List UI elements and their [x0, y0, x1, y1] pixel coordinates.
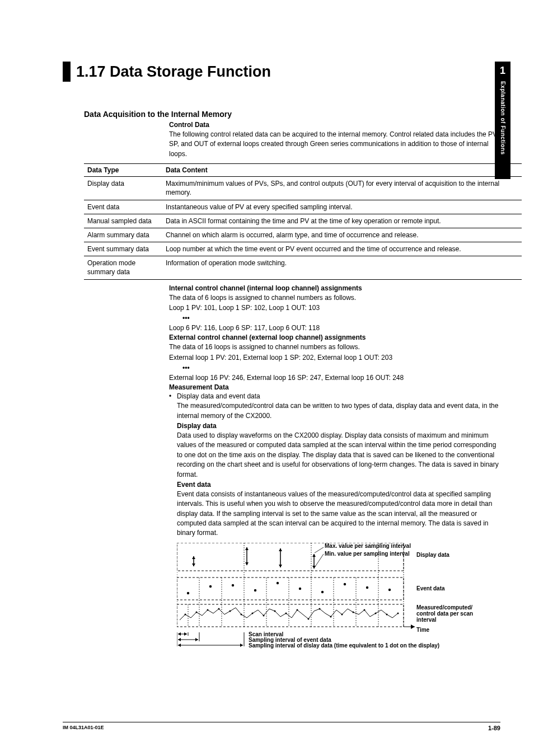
internal-line2: Loop 1 PV: 101, Loop 1 SP: 102, Loop 1 O…: [169, 303, 500, 312]
external-dots: •••: [182, 363, 500, 372]
diagram-label-event: Event data: [416, 585, 445, 591]
svg-marker-68: [178, 638, 181, 641]
svg-marker-70: [178, 644, 181, 647]
table-row: Operation mode summary dataInformation o…: [84, 256, 522, 279]
chapter-number: 1: [500, 65, 505, 77]
svg-point-51: [341, 613, 343, 615]
svg-point-56: [397, 612, 399, 614]
diagram-label-time: Time: [416, 627, 429, 633]
diagram-label-samp-disp: Sampling interval of dislay data (time e…: [249, 642, 439, 649]
svg-point-40: [218, 608, 220, 609]
diagram-label-display: Display data: [416, 552, 449, 558]
svg-point-46: [285, 612, 287, 614]
svg-line-72: [315, 547, 324, 553]
footer-page-num: 1-89: [488, 725, 500, 731]
svg-point-39: [207, 609, 209, 611]
data-type-table: Data Type Data Content Display dataMaxim…: [84, 163, 522, 280]
diagram-label-min: Min. value per sampling interval: [325, 551, 410, 557]
svg-point-36: [388, 589, 391, 591]
svg-point-32: [299, 588, 301, 590]
svg-point-28: [209, 585, 212, 588]
svg-point-42: [241, 613, 242, 615]
section-heading: Data Acquisition to the Internal Memory: [84, 110, 500, 119]
table-row: Alarm summary dataChannel on which alarm…: [84, 228, 522, 242]
svg-marker-58: [411, 624, 415, 629]
event-data-heading: Event data: [177, 481, 500, 489]
svg-point-27: [187, 592, 189, 594]
svg-rect-1: [177, 577, 404, 600]
svg-point-30: [254, 589, 256, 591]
internal-line1: The data of 6 loops is assigned to chann…: [169, 293, 500, 302]
svg-point-45: [274, 610, 276, 612]
title-block-icon: [63, 62, 71, 82]
svg-point-37: [185, 613, 186, 615]
bullet-desc: The measured/computed/control data can b…: [177, 401, 500, 421]
external-line3: External loop 16 PV: 246, External loop …: [169, 373, 500, 382]
control-data-intro: The following control related data can b…: [169, 130, 500, 159]
svg-point-44: [263, 614, 265, 616]
display-data-heading: Display data: [177, 422, 500, 430]
side-chapter-tab: 1 Explanation of Functions: [495, 62, 510, 179]
svg-marker-21: [245, 547, 249, 550]
svg-point-34: [344, 583, 346, 585]
page-title-bar: 1.17 Data Storage Function: [63, 62, 500, 82]
table-row: Display dataMaximum/minimum values of PV…: [84, 177, 522, 200]
external-channel-heading: External control channel (external loop …: [169, 334, 500, 341]
svg-point-33: [321, 591, 324, 593]
svg-point-35: [366, 586, 368, 589]
svg-point-47: [297, 609, 298, 611]
svg-line-73: [315, 554, 324, 567]
page-footer: IM 04L31A01-01E 1-89: [63, 722, 500, 731]
svg-point-31: [277, 582, 279, 584]
bullet-item: • Display data and event data The measur…: [169, 392, 500, 539]
table-row: Event dataInstantaneous value of PV at e…: [84, 200, 522, 214]
svg-marker-25: [312, 554, 316, 557]
footer-doc-id: IM 04L31A01-01E: [63, 725, 104, 731]
diagram-label-mcc: Measured/computed/ control data per scan…: [416, 604, 473, 623]
internal-dots: •••: [182, 313, 500, 322]
control-data-heading: Control Data: [169, 121, 500, 129]
diagram-label-max: Max. value per sampling interval: [325, 543, 411, 549]
external-line1: The data of 16 loops is assigned to chan…: [169, 342, 500, 351]
svg-marker-71: [240, 644, 243, 647]
svg-marker-67: [184, 632, 187, 636]
svg-marker-69: [195, 638, 198, 641]
external-line2: External loop 1 PV: 201, External loop 1…: [169, 353, 500, 362]
internal-line3: Loop 6 PV: 116, Loop 6 SP: 117, Loop 6 O…: [169, 323, 500, 332]
table-row: Manual sampled dataData in ASCII format …: [84, 214, 522, 228]
table-head-type: Data Type: [84, 164, 162, 177]
table-row: Event summary dataLoop number at which t…: [84, 242, 522, 256]
display-data-para: Data used to display waveforms on the CX…: [177, 431, 500, 480]
svg-point-50: [330, 616, 332, 617]
svg-point-53: [364, 609, 366, 611]
svg-marker-19: [192, 556, 195, 559]
svg-marker-23: [279, 548, 282, 551]
page-title: 1.17 Data Storage Function: [76, 63, 271, 81]
svg-rect-2: [177, 604, 404, 627]
event-data-para: Event data consists of instantaneous val…: [177, 490, 500, 538]
svg-point-49: [319, 608, 321, 609]
table-head-content: Data Content: [162, 164, 522, 177]
svg-marker-20: [192, 564, 195, 566]
svg-marker-22: [245, 562, 249, 565]
svg-point-38: [196, 611, 198, 613]
bullet-icon: •: [169, 392, 177, 539]
svg-point-48: [308, 618, 310, 619]
svg-point-52: [353, 611, 354, 613]
svg-point-29: [232, 584, 234, 586]
svg-point-54: [375, 612, 377, 614]
measurement-heading: Measurement Data: [169, 383, 500, 391]
sampling-diagram: Max. value per sampling interval Min. va…: [177, 543, 500, 649]
svg-point-43: [252, 612, 254, 614]
svg-point-55: [386, 613, 388, 615]
internal-channel-heading: Internal control channel (internal loop …: [169, 284, 500, 292]
chapter-label: Explanation of Functions: [500, 81, 506, 154]
svg-marker-24: [279, 565, 282, 567]
svg-point-41: [229, 610, 231, 612]
svg-marker-66: [178, 632, 181, 636]
bullet-label: Display data and event data: [177, 392, 260, 400]
